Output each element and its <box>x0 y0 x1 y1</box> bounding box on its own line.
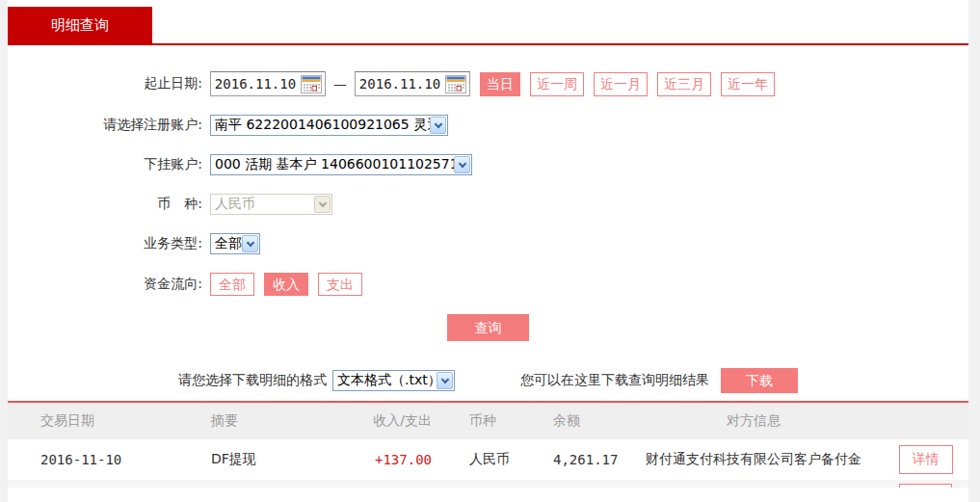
chevron-down-icon <box>242 235 258 252</box>
cell-balance: 4,261.17 <box>518 452 624 467</box>
cell-trade-date: 2016-11-10 <box>8 452 198 467</box>
query-button[interactable]: 查询 <box>447 314 529 341</box>
business-type-row: 业务类型: 全部 <box>8 233 968 254</box>
download-row: 请您选择下载明细的格式 文本格式（.txt） 您可以在这里下载查询明细结果 下载 <box>178 368 968 393</box>
download-hint: 您可以在这里下载查询明细结果 <box>520 372 709 389</box>
table-header: 交易日期 摘要 收入/支出 币种 余额 对方信息 <box>8 403 968 439</box>
end-date-field <box>355 71 470 96</box>
cell-counterparty: 财付通支付科技有限公司客户备付金 <box>624 451 883 468</box>
sub-account-select[interactable]: 000 活期 基本户 1406600101102571848 <box>210 154 472 175</box>
currency-value: 人民币 <box>211 196 314 213</box>
cell-income-expense: +137.00 <box>357 452 432 467</box>
start-date-calendar-icon[interactable] <box>300 72 323 95</box>
header-trade-date: 交易日期 <box>8 412 198 430</box>
detail-button[interactable]: 详情 <box>899 445 953 474</box>
fund-flow-income-button[interactable]: 收入 <box>264 273 308 296</box>
fund-flow-all-button[interactable]: 全部 <box>210 273 254 296</box>
business-type-value: 全部 <box>211 235 242 252</box>
registered-account-value: 南平 6222001406100921065 灵通卡 <box>211 117 430 134</box>
fund-flow-row: 资金流向: 全部 收入 支出 <box>8 273 968 296</box>
registered-account-row: 请选择注册账户: 南平 6222001406100921065 灵通卡 <box>8 115 968 136</box>
registered-account-select[interactable]: 南平 6222001406100921065 灵通卡 <box>210 115 448 136</box>
header-income-expense: 收入/支出 <box>357 412 432 430</box>
currency-label: 币 种: <box>8 196 202 213</box>
download-format-select[interactable]: 文本格式（.txt） <box>332 370 455 391</box>
currency-row: 币 种: 人民币 <box>8 194 968 215</box>
chevron-down-icon <box>314 196 331 213</box>
header-counterparty: 对方信息 <box>624 412 883 430</box>
fund-flow-expense-button[interactable]: 支出 <box>318 273 362 296</box>
end-date-calendar-icon[interactable] <box>444 72 467 95</box>
tab-bar: 明细查询 <box>8 0 968 45</box>
date-range-label: 起止日期: <box>8 75 202 92</box>
date-range-separator: — <box>333 76 347 92</box>
header-currency: 币种 <box>432 412 518 430</box>
sub-account-row: 下挂账户: 000 活期 基本户 1406600101102571848 <box>8 154 968 175</box>
download-format-label: 请您选择下载明细的格式 <box>178 372 327 389</box>
quick-range-month-button[interactable]: 近一月 <box>594 72 648 96</box>
date-range-row: 起止日期: <box>8 71 968 96</box>
chevron-down-icon <box>437 372 453 389</box>
tab-detail-query[interactable]: 明细查询 <box>8 7 152 43</box>
quick-range-year-button[interactable]: 近一年 <box>721 72 775 96</box>
business-type-label: 业务类型: <box>8 235 202 252</box>
download-button[interactable]: 下载 <box>721 368 798 393</box>
header-summary: 摘要 <box>198 412 357 430</box>
end-date-input[interactable] <box>356 73 444 94</box>
cell-summary: DF提现 <box>198 451 357 468</box>
header-balance: 余额 <box>518 412 624 430</box>
quick-range-quarter-button[interactable]: 近三月 <box>657 72 711 96</box>
business-type-select[interactable]: 全部 <box>210 233 260 254</box>
page-content: 明细查询 起止日期: <box>8 0 968 502</box>
quick-range-week-button[interactable]: 近一周 <box>530 72 584 96</box>
start-date-field <box>210 71 326 96</box>
currency-select: 人民币 <box>210 194 332 215</box>
download-format-value: 文本格式（.txt） <box>333 372 437 389</box>
detail-button-partial[interactable] <box>899 484 952 488</box>
start-date-input[interactable] <box>211 73 300 94</box>
quick-range-today-button[interactable]: 当日 <box>480 72 520 96</box>
table-row-partial <box>8 480 968 488</box>
cell-currency: 人民币 <box>432 451 518 468</box>
table-row: 2016-11-10 DF提现 +137.00 人民币 4,261.17 财付通… <box>8 439 968 480</box>
chevron-down-icon <box>430 117 446 134</box>
sub-account-value: 000 活期 基本户 1406600101102571848 <box>211 156 454 173</box>
chevron-down-icon <box>454 156 470 173</box>
fund-flow-label: 资金流向: <box>8 276 202 293</box>
sub-account-label: 下挂账户: <box>8 156 202 173</box>
registered-account-label: 请选择注册账户: <box>8 117 202 134</box>
query-form: 起止日期: <box>8 45 968 393</box>
